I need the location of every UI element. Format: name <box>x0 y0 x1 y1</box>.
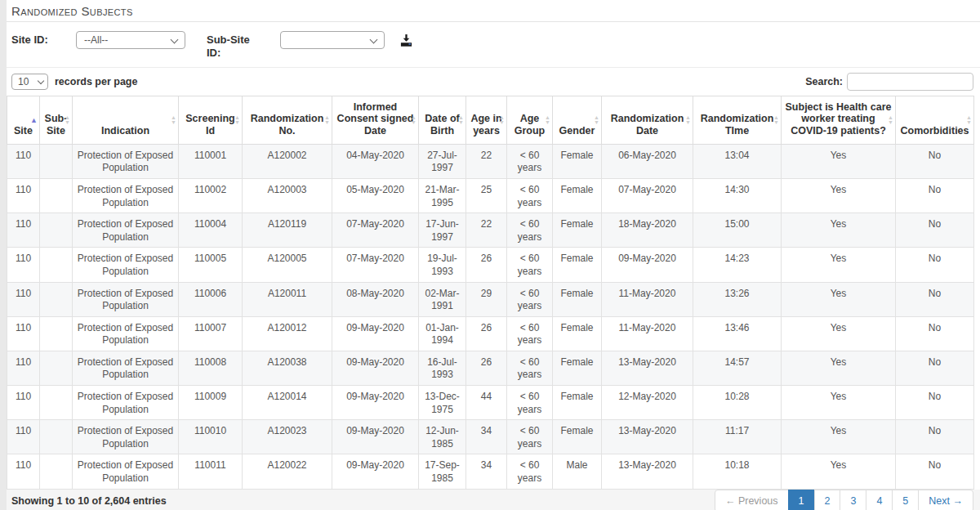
column-header-age-in-years[interactable]: Age in years▲▼ <box>466 96 507 144</box>
table-cell: 17-Sep-1985 <box>419 454 466 489</box>
page-2-button[interactable]: 2 <box>814 490 841 510</box>
column-label: Age Group <box>514 113 546 136</box>
column-label: Date of Birth <box>425 113 459 136</box>
page-3-button[interactable]: 3 <box>840 490 866 510</box>
table-row: 110Protection of Exposed Population11001… <box>7 454 974 489</box>
table-cell: A120023 <box>243 420 332 454</box>
table-cell: < 60 years <box>507 316 553 351</box>
table-cell: < 60 years <box>507 420 553 454</box>
sort-both-icon: ▲▼ <box>499 115 505 125</box>
table-header-row: Site▲Sub-Site▲▼Indication▲▼Screening Id▲… <box>7 96 974 144</box>
table-cell: 15:00 <box>693 213 782 248</box>
table-cell <box>40 213 73 248</box>
column-label: Indication <box>101 125 149 136</box>
table-cell: < 60 years <box>507 248 553 282</box>
column-header-randomization-date[interactable]: Randomization Date▲▼ <box>602 96 693 144</box>
table-cell: No <box>896 316 974 351</box>
search-input[interactable] <box>847 73 973 91</box>
table-cell: Female <box>553 178 602 212</box>
table-row: 110Protection of Exposed Population11000… <box>7 213 974 248</box>
table-cell: 25 <box>466 178 507 212</box>
records-per-page-select[interactable]: 10 <box>11 74 48 90</box>
subsite-id-label: Sub-Site ID: <box>207 31 257 60</box>
table-cell: Female <box>553 386 602 420</box>
sort-both-icon: ▲▼ <box>234 115 240 125</box>
column-header-randomization-no[interactable]: Randomization No.▲▼ <box>243 96 332 144</box>
table-cell: 11-May-2020 <box>602 282 693 316</box>
next-page-button[interactable]: Next → <box>918 490 973 510</box>
table-cell: 110002 <box>179 178 243 212</box>
table-cell: 13:04 <box>693 144 782 178</box>
column-header-date-of-birth[interactable]: Date of Birth▲▼ <box>419 96 466 144</box>
table-cell: No <box>896 386 974 420</box>
previous-page-button[interactable]: ← Previous <box>715 490 789 510</box>
table-cell: 110 <box>7 316 40 351</box>
table-cell: 09-May-2020 <box>332 386 419 420</box>
table-cell: < 60 years <box>507 454 553 489</box>
download-button[interactable] <box>399 34 413 47</box>
table-cell: 110 <box>7 282 40 316</box>
table-cell: 13:46 <box>693 316 782 351</box>
randomized-subjects-table: Site▲Sub-Site▲▼Indication▲▼Screening Id▲… <box>7 96 974 490</box>
table-cell: 29 <box>466 282 507 316</box>
table-cell: 19-Jul-1993 <box>419 248 466 282</box>
table-cell: 22 <box>466 144 507 178</box>
column-header-sub-site[interactable]: Sub-Site▲▼ <box>40 96 73 144</box>
table-cell: 110009 <box>179 386 243 420</box>
column-header-gender[interactable]: Gender▲▼ <box>553 96 602 144</box>
table-cell: Protection of Exposed Population <box>73 213 179 248</box>
table-cell: 110001 <box>179 144 243 178</box>
table-cell <box>40 454 73 489</box>
table-cell: 110 <box>7 213 40 248</box>
column-label: Randomization TIme <box>701 113 774 136</box>
chevron-down-icon <box>171 36 179 44</box>
page-5-button[interactable]: 5 <box>892 490 919 510</box>
column-header-subject-is-health-care-worker-treating-covid-19-patients[interactable]: Subject is Health care worker treating C… <box>782 96 896 144</box>
table-cell: Yes <box>782 454 896 489</box>
sort-both-icon: ▲▼ <box>685 115 691 125</box>
table-cell: Protection of Exposed Population <box>73 420 179 454</box>
table-cell: 34 <box>466 420 507 454</box>
table-cell: 110005 <box>179 248 243 282</box>
column-label: Informed Consent signed Date <box>337 101 414 137</box>
page-1-button[interactable]: 1 <box>788 490 815 510</box>
page-4-button[interactable]: 4 <box>866 490 893 510</box>
column-label: Subject is Health care worker treating C… <box>786 101 892 137</box>
table-cell: Female <box>553 282 602 316</box>
table-cell: 26 <box>466 316 507 351</box>
column-header-site[interactable]: Site▲ <box>7 96 40 144</box>
table-cell: A120014 <box>243 386 332 420</box>
column-header-indication[interactable]: Indication▲▼ <box>73 96 179 144</box>
table-cell: 13-Dec-1975 <box>419 386 466 420</box>
column-header-screening-id[interactable]: Screening Id▲▼ <box>179 96 243 144</box>
sort-both-icon: ▲▼ <box>458 115 464 125</box>
table-cell: 34 <box>466 454 507 489</box>
table-cell: Yes <box>782 178 896 212</box>
panel-header: Randomized Subjects <box>7 0 980 22</box>
table-cell: < 60 years <box>507 144 553 178</box>
table-cell: 07-May-2020 <box>332 213 419 248</box>
table-cell: No <box>896 454 974 489</box>
table-cell: Protection of Exposed Population <box>73 248 179 282</box>
site-id-select[interactable]: --All-- <box>76 31 185 49</box>
column-header-age-group[interactable]: Age Group▲▼ <box>507 96 553 144</box>
table-row: 110Protection of Exposed Population11000… <box>7 248 974 282</box>
subsite-id-select[interactable] <box>280 31 385 49</box>
table-cell: < 60 years <box>507 213 553 248</box>
column-header-comorbidities[interactable]: Comorbidities▲▼ <box>896 96 974 144</box>
table-cell: 14:57 <box>693 351 782 385</box>
table-cell <box>40 420 73 454</box>
table-cell: 110 <box>7 420 40 454</box>
table-cell: Female <box>553 144 602 178</box>
table-cell: 10:28 <box>693 386 782 420</box>
chevron-down-icon <box>38 77 44 83</box>
table-cell: No <box>896 213 974 248</box>
table-cell: No <box>896 248 974 282</box>
sort-both-icon: ▲▼ <box>65 115 70 125</box>
table-cell: A120003 <box>243 178 332 212</box>
column-header-informed-consent-signed-date[interactable]: Informed Consent signed Date▲▼ <box>332 96 419 144</box>
column-header-randomization-time[interactable]: Randomization TIme▲▼ <box>693 96 782 144</box>
table-cell: 110008 <box>179 351 243 385</box>
table-cell: Female <box>553 213 602 248</box>
site-id-label: Site ID: <box>11 31 76 47</box>
